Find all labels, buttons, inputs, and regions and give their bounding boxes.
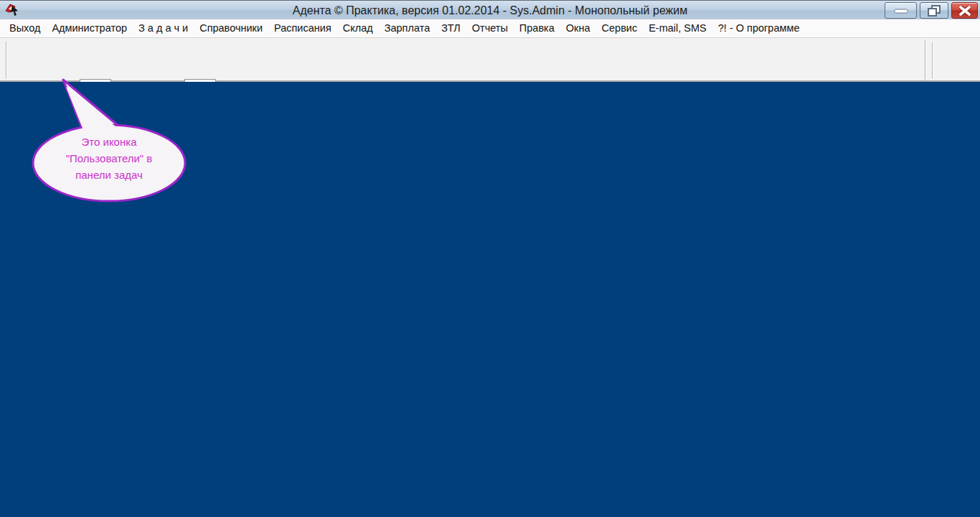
toolbar-separator [925,40,926,80]
callout-text: Это иконка "Пользователи" в панели задач [41,134,177,183]
toolbar-grip[interactable] [6,42,7,79]
callout-line: Это иконка [41,134,177,150]
menu-item-tasks[interactable]: З а д а ч и [133,19,194,37]
restore-button[interactable] [920,2,948,19]
menu-item-exit[interactable]: Выход [4,19,46,37]
menu-item-warehouse[interactable]: Склад [337,19,379,37]
menu-item-email-sms[interactable]: E-mail, SMS [643,19,712,37]
menu-item-windows[interactable]: Окна [560,19,596,37]
app-window: Адента © Практика, версия 01.02.2014 - S… [0,0,980,517]
menubar: Выход Администратор З а д а ч и Справочн… [0,19,980,38]
menu-item-administrator[interactable]: Администратор [46,19,133,37]
callout-line: "Пользователи" в [41,150,177,167]
window-title: Адента © Практика, версия 01.02.2014 - S… [0,1,980,20]
toolbar-grip-2[interactable] [932,42,933,78]
menu-item-schedules[interactable]: Расписания [268,19,337,37]
menu-item-directories[interactable]: Справочники [194,19,268,37]
close-button[interactable] [951,2,978,19]
menu-item-about[interactable]: ?! - О программе [712,19,806,37]
minimize-icon [894,8,908,14]
menu-item-reports[interactable]: Отчеты [466,19,514,37]
close-icon [959,6,971,16]
callout-line: панели задач [41,167,177,183]
titlebar[interactable]: Адента © Практика, версия 01.02.2014 - S… [0,0,980,19]
menu-item-salary[interactable]: Зарплата [379,19,436,37]
minimize-button[interactable] [885,2,917,19]
restore-icon [928,5,941,17]
menu-item-edit[interactable]: Правка [514,19,560,37]
workspace-background: Это иконка "Пользователи" в панели задач [0,82,980,517]
menu-item-ztl[interactable]: ЗТЛ [435,19,466,37]
menu-item-service[interactable]: Сервис [596,19,644,37]
